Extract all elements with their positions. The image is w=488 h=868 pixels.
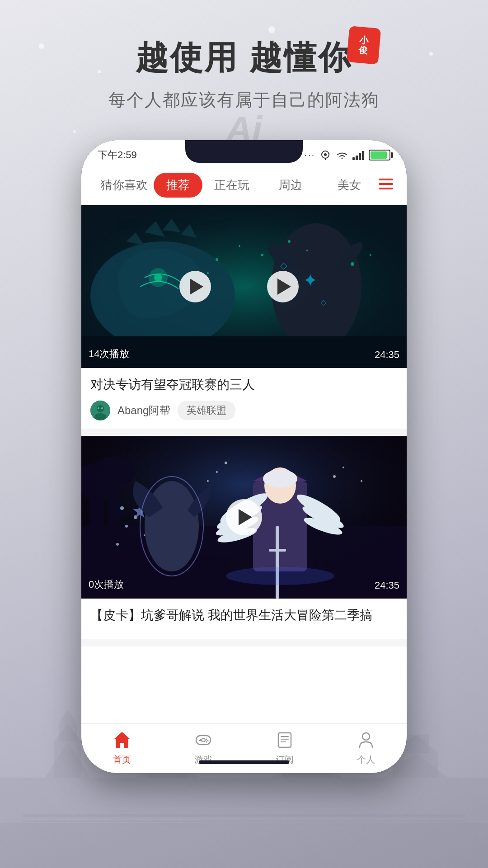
header-section: 越使用 越懂你 小俊 每个人都应该有属于自己的阿法狗 [0,36,488,112]
svg-point-91 [207,480,209,482]
svg-rect-105 [281,736,289,737]
svg-text:◇: ◇ [321,298,327,306]
tab-guess-like[interactable]: 猜你喜欢 [95,173,154,198]
svg-point-46 [239,245,240,247]
svg-point-45 [216,258,218,261]
svg-point-100 [206,739,207,740]
badge-text: 小俊 [358,35,369,56]
thumbnail-art-1: ✦ ◇ ◇ [81,205,407,368]
svg-rect-29 [379,179,393,180]
title-badge: 小俊 [347,26,381,65]
phone-notch [185,140,303,163]
tab-beauty[interactable]: 美女 [320,173,379,198]
svg-rect-86 [276,526,279,599]
video-play-count-1: 14次播放 [89,347,129,361]
svg-rect-2 [54,741,81,778]
svg-point-69 [116,543,119,546]
svg-point-49 [288,240,291,243]
bottom-nav-profile[interactable]: 个人 [325,729,407,766]
svg-rect-28 [362,151,364,160]
svg-rect-31 [379,188,393,189]
svg-point-93 [343,467,344,468]
video-info-2: 【皮卡】坑爹哥解说 我的世界生活大冒险第二季搞 [81,599,407,639]
bottom-nav-home[interactable]: 首页 [81,729,163,766]
video-tag-1: 英雄联盟 [178,401,235,420]
wifi-icon [335,150,349,160]
svg-point-92 [333,475,336,478]
svg-point-94 [361,480,362,482]
video-tags-1: Abang阿帮 英雄联盟 [90,401,398,420]
svg-point-90 [225,462,227,464]
person-icon [355,729,377,751]
nav-tabs[interactable]: 猜你喜欢 推荐 正在玩 周边 美女 [81,165,407,205]
play-button-left[interactable] [179,271,211,302]
svg-rect-0 [0,778,488,868]
svg-rect-107 [281,741,286,742]
svg-point-48 [207,272,209,274]
status-icons: ··· [305,150,390,160]
video-duration-1: 24:35 [375,349,399,361]
home-indicator [199,760,289,764]
svg-point-58 [101,407,103,409]
svg-rect-27 [359,153,361,160]
video-duration-2: 24:35 [375,580,399,591]
play-button-right[interactable] [267,271,299,302]
home-icon [111,729,133,751]
tab-playing[interactable]: 正在玩 [202,173,261,198]
bottom-nav: 首页 游戏 [81,723,407,773]
svg-point-97 [202,738,205,742]
tab-peripheral[interactable]: 周边 [261,173,320,198]
svg-rect-106 [281,739,289,740]
svg-point-103 [205,740,206,741]
play-button-2[interactable] [226,499,262,535]
location-icon [319,150,332,160]
svg-rect-26 [356,156,358,160]
svg-text:◇: ◇ [280,260,287,270]
video-play-count-2: 0次播放 [89,578,124,591]
video-info-1: 对决专访有望夺冠联赛的三人 Abang [81,368,407,429]
channel-name-1: Abang阿帮 [117,403,170,418]
svg-point-52 [370,254,371,256]
main-title: 越使用 越懂你 [136,36,352,80]
profile-label: 个人 [357,754,375,766]
svg-point-108 [362,733,370,740]
channel-avatar-1 [90,401,110,420]
svg-point-85 [263,470,297,488]
svg-rect-25 [352,157,355,160]
video-card-1: ✦ ◇ ◇ [81,205,407,429]
svg-point-101 [207,740,209,741]
tab-recommend[interactable]: 推荐 [154,173,202,198]
svg-rect-104 [278,733,291,747]
status-time: 下午2:59 [98,148,137,162]
svg-rect-53 [81,336,407,368]
svg-rect-21 [23,821,465,822]
video-thumbnail-1[interactable]: ✦ ◇ ◇ [81,205,407,368]
video-thumbnail-2[interactable]: 0次播放 24:35 [81,436,407,599]
video-title-2: 【皮卡】坑爹哥解说 我的世界生活大冒险第二季搞 [90,607,398,624]
svg-point-40 [155,274,162,281]
svg-rect-30 [379,183,393,185]
game-icon [192,729,214,751]
svg-rect-96 [196,736,211,745]
svg-point-67 [125,525,128,528]
phone-mockup: 下午2:59 ··· [81,140,407,773]
svg-point-102 [206,741,207,743]
video-card-2: 0次播放 24:35 【皮卡】坑爹哥解说 我的世界生活大冒险第二季搞 [81,436,407,639]
signal-icon [352,150,365,160]
svg-point-56 [94,413,106,420]
svg-marker-5 [59,710,77,723]
svg-marker-3 [54,723,81,741]
menu-icon[interactable] [379,178,393,193]
signal-dots-icon: ··· [305,151,315,160]
svg-rect-19 [0,823,488,868]
svg-point-51 [351,262,354,266]
svg-point-23 [324,153,327,156]
battery-icon [369,150,390,160]
svg-point-89 [216,471,218,473]
svg-rect-87 [269,549,286,552]
svg-rect-4 [59,723,77,741]
svg-rect-99 [199,740,202,741]
svg-point-57 [98,407,99,409]
svg-point-88 [226,567,334,585]
svg-point-47 [261,254,263,256]
